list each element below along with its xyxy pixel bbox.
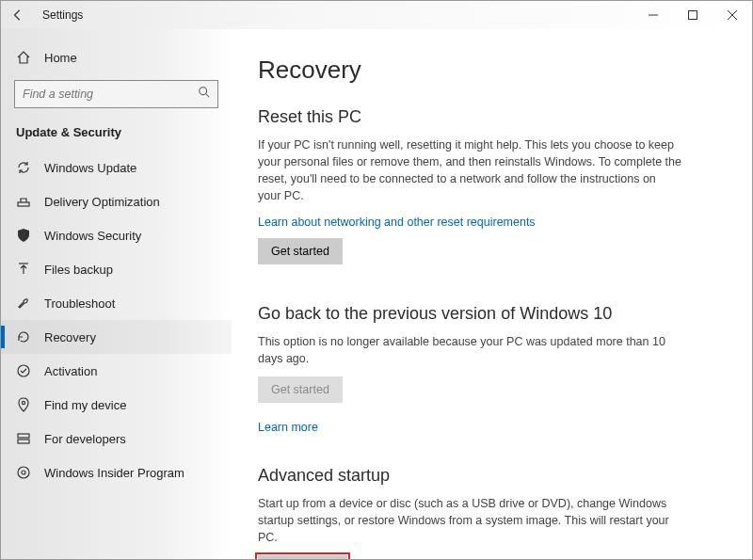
- svg-rect-4: [18, 202, 29, 206]
- window-controls: [633, 1, 752, 29]
- refresh-icon: [16, 160, 31, 175]
- advanced-heading: Advanced startup: [258, 466, 718, 486]
- sidebar-item-windows-insider[interactable]: Windows Insider Program: [1, 456, 232, 489]
- goback-get-started-button: Get started: [258, 376, 343, 403]
- sidebar-section-label: Update & Security: [1, 121, 232, 151]
- backup-icon: [16, 262, 31, 277]
- sidebar-item-recovery[interactable]: Recovery: [1, 320, 232, 354]
- sidebar-item-label: Find my device: [44, 398, 126, 412]
- delivery-icon: [16, 194, 31, 209]
- sidebar-item-delivery-optimization[interactable]: Delivery Optimization: [1, 184, 232, 218]
- sidebar-item-label: For developers: [44, 432, 126, 446]
- sidebar-home[interactable]: Home: [1, 40, 232, 74]
- page-title: Recovery: [258, 56, 718, 85]
- wrench-icon: [16, 296, 31, 311]
- insider-icon: [16, 465, 31, 480]
- sidebar-home-label: Home: [44, 51, 77, 65]
- search-input[interactable]: [14, 80, 218, 108]
- window-title: Settings: [42, 8, 83, 22]
- sidebar-item-windows-security[interactable]: Windows Security: [1, 218, 232, 252]
- svg-point-6: [18, 365, 29, 376]
- section-reset-pc: Reset this PC If your PC isn't running w…: [258, 107, 718, 281]
- sidebar-item-label: Windows Update: [44, 161, 136, 175]
- svg-point-10: [18, 467, 29, 478]
- restart-now-button[interactable]: Restart now: [258, 555, 347, 559]
- sidebar-item-files-backup[interactable]: Files backup: [1, 252, 232, 286]
- search-wrap: [14, 80, 218, 108]
- section-advanced-startup: Advanced startup Start up from a device …: [258, 466, 718, 559]
- minimize-button[interactable]: [633, 1, 673, 29]
- sidebar-item-label: Windows Insider Program: [44, 466, 184, 480]
- reset-learn-link[interactable]: Learn about networking and other reset r…: [258, 216, 536, 229]
- home-icon: [16, 50, 31, 65]
- goback-description: This option is no longer available becau…: [258, 333, 681, 367]
- goback-heading: Go back to the previous version of Windo…: [258, 304, 718, 324]
- sidebar-item-label: Troubleshoot: [44, 296, 115, 311]
- sidebar-item-windows-update[interactable]: Windows Update: [1, 151, 232, 184]
- settings-window: Settings Home: [0, 0, 753, 560]
- svg-rect-8: [18, 434, 29, 438]
- goback-learn-more-link[interactable]: Learn more: [258, 421, 318, 434]
- sidebar-item-label: Activation: [44, 364, 97, 378]
- main-panel: Recovery Reset this PC If your PC isn't …: [232, 29, 752, 559]
- titlebar: Settings: [1, 1, 752, 29]
- shield-icon: [16, 228, 31, 243]
- svg-point-11: [22, 471, 25, 474]
- close-button[interactable]: [713, 1, 752, 29]
- reset-heading: Reset this PC: [258, 107, 718, 127]
- recovery-icon: [16, 329, 31, 344]
- section-go-back: Go back to the previous version of Windo…: [258, 304, 718, 443]
- activation-icon: [16, 363, 31, 378]
- sidebar-item-troubleshoot[interactable]: Troubleshoot: [1, 286, 232, 320]
- svg-rect-9: [18, 440, 29, 443]
- back-button[interactable]: [7, 4, 29, 26]
- developers-icon: [16, 431, 31, 446]
- maximize-button[interactable]: [673, 1, 713, 29]
- sidebar-item-label: Files backup: [44, 263, 113, 277]
- sidebar-item-label: Delivery Optimization: [44, 195, 160, 209]
- sidebar-item-label: Windows Security: [44, 229, 141, 243]
- svg-rect-1: [689, 11, 697, 20]
- sidebar-item-activation[interactable]: Activation: [1, 354, 232, 388]
- reset-get-started-button[interactable]: Get started: [258, 238, 343, 264]
- location-icon: [16, 397, 31, 412]
- svg-point-7: [22, 401, 24, 404]
- content-area: Home Update & Security Windows Update: [1, 29, 752, 559]
- sidebar-item-find-my-device[interactable]: Find my device: [1, 388, 232, 422]
- sidebar-item-label: Recovery: [44, 330, 96, 344]
- sidebar-item-for-developers[interactable]: For developers: [1, 422, 232, 456]
- sidebar: Home Update & Security Windows Update: [1, 29, 232, 559]
- reset-description: If your PC isn't running well, resetting…: [258, 136, 681, 205]
- advanced-description: Start up from a device or disc (such as …: [258, 495, 681, 546]
